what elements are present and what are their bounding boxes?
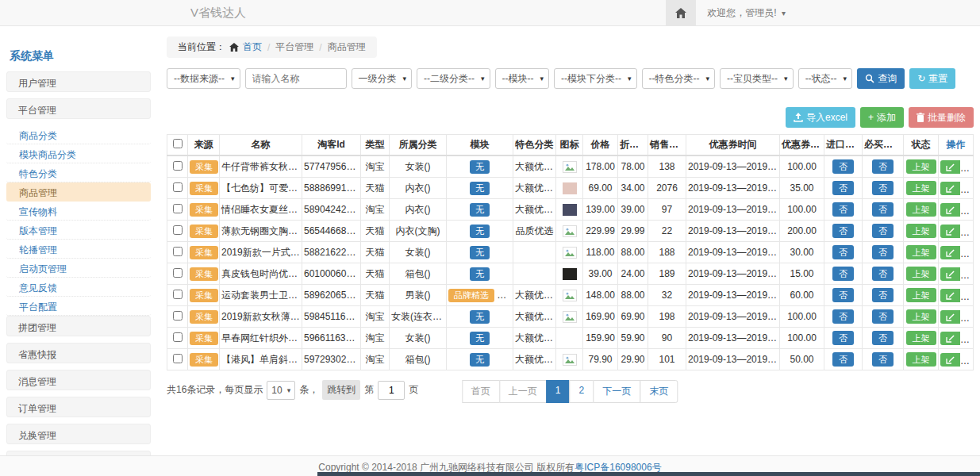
per-page-select[interactable]: 10 ▾ (267, 381, 295, 400)
row-checkbox[interactable] (173, 161, 183, 171)
status-toggle[interactable]: 上架 (906, 181, 936, 195)
breadcrumb-home-link[interactable]: 首页 (243, 40, 262, 54)
broken-image-icon (564, 355, 575, 364)
pager-item[interactable]: 末页 (640, 380, 678, 403)
jump-page-input[interactable] (378, 381, 405, 400)
pager-item[interactable]: 上一页 (499, 380, 547, 403)
import-select-toggle[interactable]: 否 (832, 288, 854, 302)
product-thumbnail (563, 225, 577, 237)
user-menu[interactable]: 欢迎您，管理员! ▾ (707, 6, 786, 20)
must-buy-toggle[interactable]: 否 (872, 352, 894, 367)
must-buy-toggle[interactable]: 否 (872, 224, 894, 238)
edit-button[interactable] (940, 310, 960, 324)
home-button[interactable] (666, 0, 696, 25)
must-buy-toggle[interactable]: 否 (872, 159, 894, 174)
status-toggle[interactable]: 上架 (906, 202, 936, 217)
filter-select[interactable]: 一级分类 ▾ (352, 68, 413, 89)
col-discount: 折后价 (618, 135, 648, 156)
must-buy-toggle[interactable]: 否 (872, 245, 894, 259)
filter-select-source[interactable]: --数据来源-- ▾ (167, 68, 240, 89)
must-buy-toggle[interactable]: 否 (872, 181, 894, 195)
status-toggle[interactable]: 上架 (906, 267, 936, 281)
sidebar-item[interactable]: 平台管理 (6, 98, 151, 119)
sidebar-item[interactable]: 平台配置 (6, 297, 151, 316)
sidebar-item[interactable]: 版本管理 (6, 221, 151, 240)
pager-item[interactable]: 首页 (462, 380, 500, 403)
row-checkbox[interactable] (173, 182, 183, 192)
sidebar-item[interactable]: 商品分类 (6, 125, 151, 144)
filter-select[interactable]: --特色分类-- ▾ (642, 68, 716, 89)
must-buy-toggle[interactable]: 否 (872, 309, 894, 324)
edit-button[interactable] (940, 182, 960, 195)
import-excel-button[interactable]: 导入excel (786, 107, 855, 128)
import-select-toggle[interactable]: 否 (832, 224, 854, 238)
import-select-toggle[interactable]: 否 (832, 309, 854, 324)
sidebar-item[interactable]: 兑换管理 (6, 424, 151, 444)
status-toggle[interactable]: 上架 (906, 159, 936, 174)
import-select-toggle[interactable]: 否 (832, 245, 854, 259)
import-select-toggle[interactable]: 否 (832, 181, 854, 195)
filter-select[interactable]: --状态-- ▾ (798, 68, 853, 89)
filter-select[interactable]: --二级分类-- ▾ (417, 68, 490, 89)
status-toggle[interactable]: 上架 (906, 309, 936, 324)
import-select-toggle[interactable]: 否 (832, 202, 854, 217)
sidebar-item[interactable]: 意见反馈 (6, 278, 151, 297)
name-search-input[interactable] (245, 68, 347, 89)
sidebar-item[interactable]: 消息管理 (6, 370, 151, 390)
row-checkbox[interactable] (173, 354, 183, 363)
row-checkbox[interactable] (173, 332, 183, 342)
sidebar-item[interactable]: 商品管理 (6, 182, 151, 202)
edit-button[interactable] (940, 267, 960, 281)
pager-item[interactable]: 下一页 (593, 380, 640, 403)
edit-button[interactable] (940, 289, 960, 302)
row-checkbox[interactable] (173, 247, 183, 256)
status-toggle[interactable]: 上架 (906, 245, 936, 259)
row-checkbox[interactable] (173, 311, 183, 321)
filter-select[interactable]: --模块下分类-- ▾ (554, 68, 637, 89)
sidebar-item[interactable]: 特色分类 (6, 163, 151, 182)
edit-button[interactable] (940, 246, 960, 259)
pager-item[interactable]: 1 (546, 380, 571, 403)
import-select-toggle[interactable]: 否 (832, 352, 854, 367)
edit-button[interactable] (940, 353, 960, 367)
pager-item[interactable]: 2 (570, 380, 594, 403)
select-all-checkbox[interactable] (173, 139, 183, 148)
sidebar-item[interactable]: 轮播管理 (6, 240, 151, 259)
must-buy-toggle[interactable]: 否 (872, 267, 894, 281)
sidebar-item[interactable]: 宣传物料 (6, 202, 151, 221)
must-buy-toggle[interactable]: 否 (872, 202, 894, 217)
sidebar-item[interactable]: 启动页管理 (6, 259, 151, 278)
jump-button[interactable]: 跳转到 (322, 380, 360, 400)
row-checkbox[interactable] (173, 204, 183, 213)
edit-button[interactable] (940, 203, 960, 217)
import-select-toggle[interactable]: 否 (832, 267, 854, 281)
edit-button[interactable] (940, 160, 960, 174)
row-checkbox[interactable] (173, 268, 183, 278)
batch-delete-button[interactable]: 批量删除 (909, 107, 974, 128)
reset-button[interactable]: ↻ 重置 (909, 68, 955, 89)
must-buy-toggle[interactable]: 否 (872, 331, 894, 345)
add-button[interactable]: + 添加 (860, 107, 904, 128)
import-select-toggle[interactable]: 否 (832, 331, 854, 345)
must-buy-toggle[interactable]: 否 (872, 288, 894, 302)
status-toggle[interactable]: 上架 (906, 224, 936, 238)
sidebar-item[interactable]: 拼团管理 (6, 316, 151, 336)
sidebar-item[interactable]: 订单管理 (6, 397, 151, 417)
import-select-toggle[interactable]: 否 (832, 159, 854, 174)
sidebar-item[interactable]: 模块商品分类 (6, 144, 151, 163)
filter-select[interactable]: --模块-- ▾ (495, 68, 550, 89)
status-toggle[interactable]: 上架 (906, 352, 936, 367)
sidebar-item[interactable]: 用户管理 (6, 71, 151, 92)
icp-link[interactable]: 粤ICP备16098006号 (575, 462, 661, 473)
sidebar-item[interactable]: 省惠快报 (6, 343, 151, 363)
row-checkbox[interactable] (173, 225, 183, 235)
filter-select-label: 一级分类 (359, 72, 397, 86)
filter-select[interactable]: --宝贝类型-- ▾ (720, 68, 794, 89)
row-checkbox[interactable] (173, 290, 183, 299)
status-toggle[interactable]: 上架 (906, 331, 936, 345)
status-toggle[interactable]: 上架 (906, 288, 936, 302)
plus-icon: + (868, 112, 874, 123)
search-button[interactable]: 查询 (857, 68, 905, 89)
edit-button[interactable] (940, 332, 960, 345)
edit-button[interactable] (940, 225, 960, 238)
